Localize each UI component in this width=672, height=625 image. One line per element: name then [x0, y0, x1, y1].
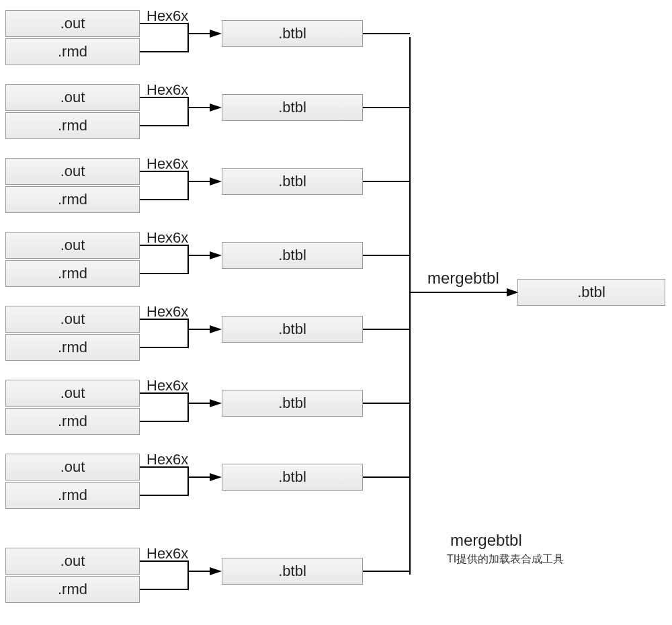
btbl-intermediate-box: .btbl	[222, 558, 363, 585]
hex6x-label: Hex6x	[146, 545, 188, 562]
flow-diagram: .out.rmdHex6x.btbl.out.rmdHex6x.btbl.out…	[0, 0, 672, 625]
out-file-box: .out	[5, 84, 140, 111]
rmd-file-box: .rmd	[5, 334, 140, 361]
hex6x-label: Hex6x	[146, 451, 188, 468]
rmd-file-box: .rmd	[5, 38, 140, 65]
out-file-box: .out	[5, 232, 140, 259]
rmd-file-box: .rmd	[5, 260, 140, 287]
legend-subtitle: TI提供的加载表合成工具	[447, 552, 564, 567]
legend-title: mergebtbl	[450, 531, 522, 550]
out-file-box: .out	[5, 380, 140, 407]
hex6x-label: Hex6x	[146, 377, 188, 394]
final-btbl-box: .btbl	[517, 279, 665, 306]
hex6x-label: Hex6x	[146, 229, 188, 247]
merge-label: mergebtbl	[427, 269, 499, 288]
btbl-intermediate-box: .btbl	[222, 390, 363, 417]
hex6x-label: Hex6x	[146, 303, 188, 321]
rmd-file-box: .rmd	[5, 576, 140, 603]
out-file-box: .out	[5, 454, 140, 481]
hex6x-label: Hex6x	[146, 81, 188, 99]
rmd-file-box: .rmd	[5, 482, 140, 509]
btbl-intermediate-box: .btbl	[222, 20, 363, 47]
rmd-file-box: .rmd	[5, 112, 140, 139]
rmd-file-box: .rmd	[5, 186, 140, 213]
btbl-intermediate-box: .btbl	[222, 242, 363, 269]
rmd-file-box: .rmd	[5, 408, 140, 435]
btbl-intermediate-box: .btbl	[222, 168, 363, 195]
out-file-box: .out	[5, 10, 140, 37]
out-file-box: .out	[5, 306, 140, 333]
hex6x-label: Hex6x	[146, 7, 188, 25]
hex6x-label: Hex6x	[146, 155, 188, 173]
out-file-box: .out	[5, 548, 140, 575]
out-file-box: .out	[5, 158, 140, 185]
btbl-intermediate-box: .btbl	[222, 464, 363, 491]
btbl-intermediate-box: .btbl	[222, 94, 363, 121]
btbl-intermediate-box: .btbl	[222, 316, 363, 343]
